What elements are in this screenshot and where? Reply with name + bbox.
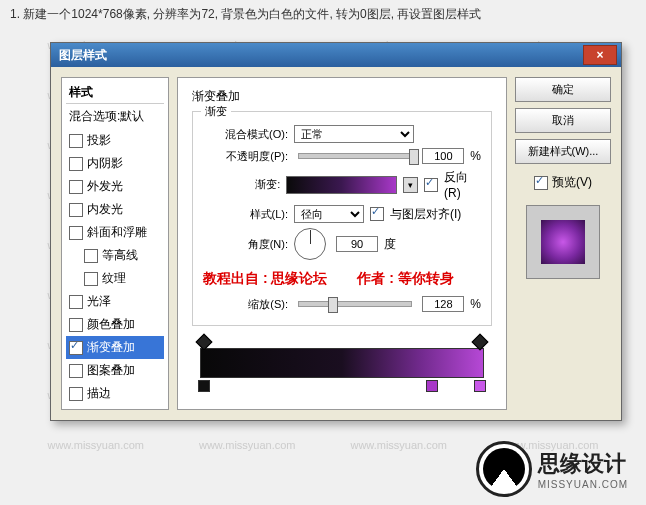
- style-item-3[interactable]: 内发光: [66, 198, 164, 221]
- style-item-label: 纹理: [102, 270, 126, 287]
- ok-button[interactable]: 确定: [515, 77, 611, 102]
- gradient-swatch[interactable]: [286, 176, 397, 194]
- style-item-label: 投影: [87, 132, 111, 149]
- blend-defaults[interactable]: 混合选项:默认: [66, 106, 164, 127]
- angle-label: 角度(N):: [203, 237, 288, 252]
- scale-slider[interactable]: [298, 301, 412, 307]
- section-title: 渐变叠加: [192, 88, 492, 105]
- style-item-label: 外发光: [87, 178, 123, 195]
- style-checkbox[interactable]: [69, 364, 83, 378]
- new-style-button[interactable]: 新建样式(W)...: [515, 139, 611, 164]
- opacity-input[interactable]: [422, 148, 464, 164]
- color-stop-right[interactable]: [474, 380, 486, 392]
- cancel-button[interactable]: 取消: [515, 108, 611, 133]
- fieldset-label: 渐变: [201, 104, 231, 119]
- percent-label: %: [470, 149, 481, 163]
- style-item-7[interactable]: 光泽: [66, 290, 164, 313]
- align-label: 与图层对齐(I): [390, 206, 461, 223]
- percent-label-2: %: [470, 297, 481, 311]
- gradient-fieldset: 渐变 混合模式(O): 正常 不透明度(P): % 渐变: ▾ 反向(R): [192, 111, 492, 326]
- opacity-stop-right[interactable]: [474, 336, 486, 348]
- scale-label: 缩放(S):: [203, 297, 288, 312]
- opacity-slider-thumb[interactable]: [409, 149, 419, 165]
- style-checkbox[interactable]: [69, 157, 83, 171]
- styles-list-panel: 样式 混合选项:默认 投影内阴影外发光内发光斜面和浮雕等高线纹理光泽颜色叠加渐变…: [61, 77, 169, 410]
- style-item-label: 内阴影: [87, 155, 123, 172]
- gradient-dropdown-icon[interactable]: ▾: [403, 177, 418, 193]
- degree-label: 度: [384, 236, 396, 253]
- style-item-0[interactable]: 投影: [66, 129, 164, 152]
- style-item-5[interactable]: 等高线: [66, 244, 164, 267]
- reverse-label: 反向(R): [444, 169, 481, 200]
- styles-header[interactable]: 样式: [66, 82, 164, 104]
- angle-input[interactable]: [336, 236, 378, 252]
- style-item-label: 光泽: [87, 293, 111, 310]
- style-item-8[interactable]: 颜色叠加: [66, 313, 164, 336]
- layer-style-dialog: 图层样式 × 样式 混合选项:默认 投影内阴影外发光内发光斜面和浮雕等高线纹理光…: [50, 42, 622, 421]
- color-stop-mid[interactable]: [426, 380, 438, 392]
- logo-subtitle: MISSYUAN.COM: [538, 479, 628, 490]
- style-checkbox[interactable]: [69, 341, 83, 355]
- style-item-4[interactable]: 斜面和浮雕: [66, 221, 164, 244]
- align-checkbox[interactable]: [370, 207, 384, 221]
- gradient-overlay-panel: 渐变叠加 渐变 混合模式(O): 正常 不透明度(P): % 渐变: ▾: [177, 77, 507, 410]
- style-item-10[interactable]: 图案叠加: [66, 359, 164, 382]
- preview-box: [526, 205, 600, 279]
- style-item-9[interactable]: 渐变叠加: [66, 336, 164, 359]
- style-checkbox[interactable]: [69, 295, 83, 309]
- logo-text: 思缘设计: [538, 449, 628, 479]
- style-checkbox[interactable]: [84, 249, 98, 263]
- blend-mode-select[interactable]: 正常: [294, 125, 414, 143]
- titlebar[interactable]: 图层样式 ×: [51, 43, 621, 67]
- style-checkbox[interactable]: [69, 318, 83, 332]
- style-item-label: 渐变叠加: [87, 339, 135, 356]
- instruction-text: 1. 新建一个1024*768像素, 分辨率为72, 背景色为白色的文件, 转为…: [0, 0, 646, 29]
- style-item-2[interactable]: 外发光: [66, 175, 164, 198]
- style-checkbox[interactable]: [69, 226, 83, 240]
- style-select[interactable]: 径向: [294, 205, 364, 223]
- logo-icon: [476, 441, 532, 497]
- dialog-buttons-panel: 确定 取消 新建样式(W)... 预览(V): [515, 77, 611, 410]
- preview-label: 预览(V): [552, 174, 592, 191]
- gradient-editor[interactable]: [192, 336, 492, 396]
- style-checkbox[interactable]: [69, 387, 83, 401]
- style-item-6[interactable]: 纹理: [66, 267, 164, 290]
- style-checkbox[interactable]: [69, 180, 83, 194]
- style-item-1[interactable]: 内阴影: [66, 152, 164, 175]
- close-button[interactable]: ×: [583, 45, 617, 65]
- style-item-label: 图案叠加: [87, 362, 135, 379]
- style-checkbox[interactable]: [69, 203, 83, 217]
- gradient-bar[interactable]: [200, 348, 484, 378]
- style-checkbox[interactable]: [69, 134, 83, 148]
- style-label: 样式(L):: [203, 207, 288, 222]
- style-item-11[interactable]: 描边: [66, 382, 164, 405]
- style-item-label: 颜色叠加: [87, 316, 135, 333]
- site-logo: 思缘设计 MISSYUAN.COM: [476, 441, 628, 497]
- scale-slider-thumb[interactable]: [328, 297, 338, 313]
- preview-checkbox[interactable]: [534, 176, 548, 190]
- opacity-label: 不透明度(P):: [203, 149, 288, 164]
- blend-mode-label: 混合模式(O):: [203, 127, 288, 142]
- style-item-label: 内发光: [87, 201, 123, 218]
- gradient-label: 渐变:: [203, 177, 280, 192]
- color-stop-left[interactable]: [198, 380, 210, 392]
- dialog-title: 图层样式: [59, 47, 107, 64]
- opacity-slider[interactable]: [298, 153, 412, 159]
- style-item-label: 等高线: [102, 247, 138, 264]
- reverse-checkbox[interactable]: [424, 178, 438, 192]
- angle-dial[interactable]: [294, 228, 326, 260]
- preview-gradient: [541, 220, 585, 264]
- style-item-label: 斜面和浮雕: [87, 224, 147, 241]
- style-item-label: 描边: [87, 385, 111, 402]
- scale-input[interactable]: [422, 296, 464, 312]
- opacity-stop-left[interactable]: [198, 336, 210, 348]
- style-checkbox[interactable]: [84, 272, 98, 286]
- tutorial-credit: 教程出自 : 思缘论坛 作者 : 等你转身: [203, 270, 481, 288]
